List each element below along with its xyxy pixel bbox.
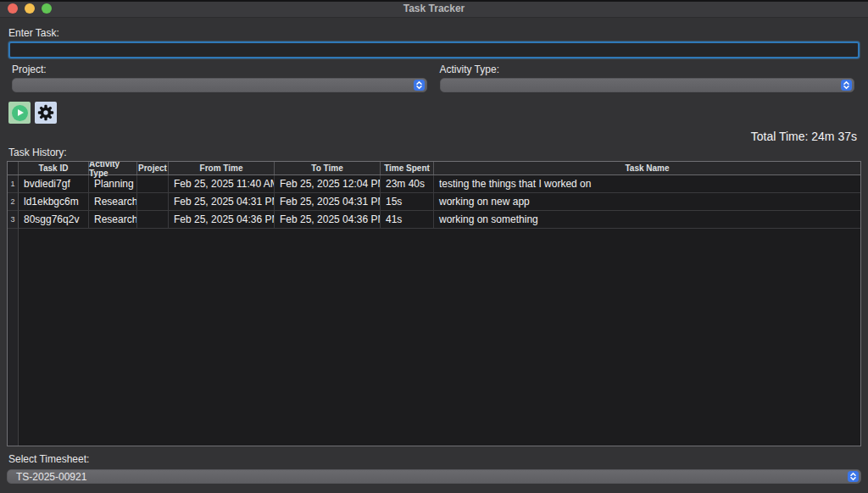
play-icon [12,105,28,121]
toolbar [8,102,868,124]
screen-top-edge [0,0,868,2]
gear-icon [37,104,54,121]
cell-task-name[interactable]: working on new app [434,193,860,211]
header-to-time[interactable]: To Time [275,162,381,174]
header-task-id[interactable]: Task ID [19,162,89,174]
enter-task-label: Enter Task: [8,27,868,39]
cell-task-id[interactable]: bvdiedi7gf [19,175,89,193]
table-row[interactable]: 2 ld1ekbgc6m Research Feb 25, 2025 04:31… [8,193,860,211]
header-corner [8,162,19,174]
table-empty-area [8,229,860,446]
cell-from-time[interactable]: Feb 25, 2025 04:31 PM [169,193,275,211]
cell-activity[interactable]: Research [89,193,137,211]
start-task-button[interactable] [8,102,31,124]
project-activity-row: Project: Activity Type: [0,64,868,92]
header-from-time[interactable]: From Time [169,162,275,174]
task-history-table: Task ID Activity Type Project From Time … [7,161,861,446]
row-number[interactable]: 1 [8,175,19,193]
cell-time-spent[interactable]: 41s [381,211,434,229]
cell-activity[interactable]: Research [89,211,137,229]
timesheet-select-value: TS-2025-00921 [8,471,848,483]
header-activity-type[interactable]: Activity Type [89,162,137,174]
table-row[interactable]: 1 bvdiedi7gf Planning Feb 25, 2025 11:40… [8,175,860,193]
select-timesheet-label: Select Timesheet: [8,453,868,465]
zoom-window-icon[interactable] [42,3,52,14]
cell-from-time[interactable]: Feb 25, 2025 11:40 AM [169,175,275,193]
chevron-up-down-icon [841,80,852,91]
timesheet-select[interactable]: TS-2025-00921 [7,469,861,484]
traffic-lights [8,3,52,14]
cell-project[interactable] [137,211,169,229]
chevron-up-down-icon [414,80,425,91]
settings-button[interactable] [35,102,57,124]
total-time: Total Time: 24m 37s [0,130,857,143]
activity-type-select[interactable] [440,78,855,92]
cell-project[interactable] [137,193,169,211]
total-time-value: 24m 37s [811,130,857,143]
minimize-window-icon[interactable] [25,3,35,14]
table-row[interactable]: 3 80sgg76q2v Research Feb 25, 2025 04:36… [8,211,860,229]
cell-project[interactable] [137,175,169,193]
task-input[interactable] [8,42,860,58]
header-time-spent[interactable]: Time Spent [381,162,434,174]
title-bar[interactable]: Task Tracker [0,0,868,18]
cell-from-time[interactable]: Feb 25, 2025 04:36 PM [169,211,275,229]
cell-time-spent[interactable]: 23m 40s [381,175,434,193]
cell-to-time[interactable]: Feb 25, 2025 04:31 PM [275,193,381,211]
row-number[interactable]: 2 [8,193,19,211]
table-header-row: Task ID Activity Type Project From Time … [8,162,860,175]
close-window-icon[interactable] [8,3,18,14]
header-task-name[interactable]: Task Name [434,162,860,174]
row-number[interactable]: 3 [8,211,19,229]
cell-to-time[interactable]: Feb 25, 2025 04:36 PM [275,211,381,229]
cell-activity[interactable]: Planning [89,175,137,193]
cell-task-id[interactable]: ld1ekbgc6m [19,193,89,211]
cell-time-spent[interactable]: 15s [381,193,434,211]
row-number-gutter [8,229,19,446]
total-time-label: Total Time: [751,130,809,143]
activity-type-label: Activity Type: [440,64,855,75]
cell-to-time[interactable]: Feb 25, 2025 12:04 PM [275,175,381,193]
header-project[interactable]: Project [137,162,169,174]
cell-task-name[interactable]: testing the things that I worked on [434,175,860,193]
task-history-label: Task History: [8,147,868,158]
cell-task-name[interactable]: working on something [434,211,860,229]
project-label: Project: [12,64,427,75]
cell-task-id[interactable]: 80sgg76q2v [19,211,89,229]
chevron-up-down-icon [848,471,859,482]
project-select[interactable] [12,78,427,92]
window-title: Task Tracker [0,3,868,14]
